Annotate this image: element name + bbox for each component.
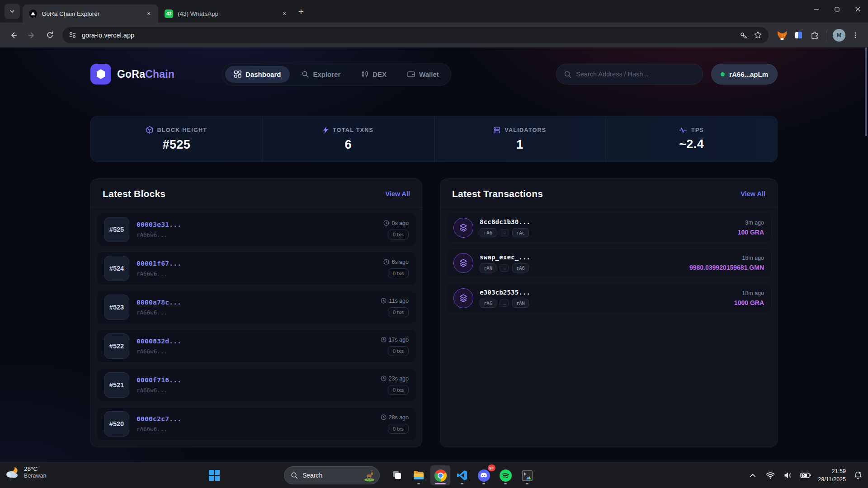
block-height-badge[interactable]: #523 (104, 295, 129, 320)
brand-logo-icon (90, 64, 111, 84)
metamask-icon[interactable] (777, 30, 788, 41)
block-age: 28s ago (389, 414, 409, 421)
battery-charging-icon[interactable] (798, 467, 813, 483)
block-hash-link[interactable]: 0000a78c... (137, 299, 373, 306)
site-settings-icon[interactable] (69, 31, 76, 39)
wallet-icon (407, 70, 415, 78)
wallet-address-chip[interactable]: rA66...apLm (711, 64, 778, 84)
brand-name-secondary: Chain (145, 68, 175, 80)
clipboard-extension-icon[interactable] (794, 30, 804, 40)
wifi-icon[interactable] (763, 467, 778, 483)
block-hash-link[interactable]: 00001f67... (137, 260, 376, 267)
browser-menu-icon[interactable] (852, 32, 859, 39)
stat-value: 6 (344, 138, 351, 152)
extensions-puzzle-icon[interactable] (810, 30, 820, 40)
block-height-badge[interactable]: #525 (104, 217, 129, 242)
new-tab-button[interactable]: + (298, 7, 304, 17)
tx-amount: 9980.039920159681 GMN (689, 264, 764, 271)
terminal-button[interactable] (517, 465, 537, 485)
weather-widget[interactable]: 28°C Berawan (5, 465, 46, 479)
block-txs-badge: 0 txs (388, 385, 409, 395)
stat-tps: TPS ~2.4 (605, 116, 777, 162)
clock-icon (381, 414, 387, 420)
tab-search-button[interactable] (5, 4, 20, 19)
profile-avatar[interactable]: M (833, 29, 845, 42)
weather-condition: Berawan (24, 473, 46, 479)
close-button[interactable] (847, 0, 868, 18)
file-explorer-button[interactable] (409, 465, 429, 485)
block-height-badge[interactable]: #521 (104, 372, 129, 398)
block-age: 17s ago (389, 337, 409, 343)
weather-cloud-moon-icon (5, 465, 20, 479)
tx-from-chip[interactable]: rA6 (480, 299, 496, 308)
tx-to-chip[interactable]: rAc (512, 228, 529, 237)
block-hash-link[interactable]: 0000f716... (137, 376, 373, 384)
tab-close-icon[interactable]: × (280, 9, 288, 18)
blocks-view-all-link[interactable]: View All (385, 190, 410, 197)
tx-hash-link[interactable]: e303cb2535... (480, 289, 728, 296)
tab-close-icon[interactable]: × (145, 9, 153, 18)
address-bar[interactable]: gora-io.vercel.app (62, 27, 769, 43)
volume-icon[interactable] (781, 467, 795, 483)
discord-button[interactable]: 9+ (474, 465, 494, 485)
block-row[interactable]: #521 0000f716... rA66w6... 23s ago 0 txs (96, 368, 416, 402)
clock-widget[interactable]: 21:59 29/11/2025 (818, 467, 846, 483)
chrome-button[interactable] (430, 465, 450, 485)
block-height-badge[interactable]: #524 (104, 256, 129, 281)
maximize-button[interactable] (826, 0, 847, 18)
tx-to-chip[interactable]: rAN (512, 299, 529, 308)
block-row[interactable]: #525 00003e31... rA66w6... 0s ago 0 txs (96, 213, 416, 246)
block-height-badge[interactable]: #522 (104, 333, 129, 359)
tx-from-chip[interactable]: rAN (480, 263, 496, 272)
notification-bell-icon[interactable]: z (851, 467, 865, 483)
stat-value: ~2.4 (679, 137, 704, 151)
url-text[interactable]: gora-io.vercel.app (82, 32, 734, 39)
windows-taskbar: 28°C Berawan Search (0, 462, 868, 488)
password-key-icon[interactable] (739, 31, 748, 40)
site-search-input[interactable] (576, 70, 689, 78)
reload-button[interactable] (42, 28, 57, 43)
brand[interactable]: GoRaChain (90, 64, 175, 84)
vscode-button[interactable] (452, 465, 472, 485)
taskbar-search[interactable]: Search (284, 466, 380, 484)
page-scrollbar[interactable] (865, 47, 867, 136)
transaction-row[interactable]: 8cc8dc1b30... rA6 → rAc 3m ago 100 GRA (446, 213, 772, 243)
block-hash-link[interactable]: 0000832d... (137, 338, 373, 345)
tx-age: 18m ago (742, 255, 764, 261)
bookmark-star-icon[interactable] (754, 31, 762, 39)
forward-button[interactable] (24, 28, 39, 43)
block-height-badge[interactable]: #520 (104, 411, 129, 436)
tx-hash-link[interactable]: 8cc8dc1b30... (480, 218, 731, 225)
block-row[interactable]: #520 0000c2c7... rA66w6... 28s ago 0 txs (96, 407, 416, 441)
nav-item-dashboard[interactable]: Dashboard (225, 66, 290, 83)
nav-item-dex[interactable]: DEX (352, 66, 396, 83)
chevron-down-icon (9, 9, 15, 14)
tab-whatsapp[interactable]: 43 (43) WhatsApp × (158, 5, 294, 23)
block-row[interactable]: #522 0000832d... rA66w6... 17s ago 0 txs (96, 329, 416, 363)
minimize-button[interactable] (806, 0, 826, 18)
block-hash-link[interactable]: 0000c2c7... (137, 415, 373, 422)
transaction-row[interactable]: e303cb2535... rA6 → rAN 18m ago 1000 GRA (446, 283, 772, 313)
back-arrow-icon (9, 31, 18, 39)
tx-from-chip[interactable]: rA6 (480, 228, 496, 237)
site-search[interactable] (556, 64, 703, 84)
whatsapp-favicon-icon: 43 (165, 9, 173, 18)
block-row[interactable]: #523 0000a78c... rA66w6... 11s ago 0 txs (96, 291, 416, 324)
back-button[interactable] (6, 28, 21, 43)
tx-hash-link[interactable]: swap_exec_... (480, 253, 683, 261)
block-row[interactable]: #524 00001f67... rA66w6... 6s ago 0 txs (96, 252, 416, 285)
tx-to-chip[interactable]: rA6 (512, 263, 529, 272)
block-txs-badge: 0 txs (388, 268, 409, 278)
spotify-button[interactable] (495, 465, 515, 485)
nav-item-wallet[interactable]: Wallet (398, 66, 448, 83)
txns-view-all-link[interactable]: View All (741, 190, 765, 197)
tray-chevron-up-icon[interactable] (745, 467, 760, 483)
start-button[interactable] (204, 465, 224, 485)
tab-gora-chain-explorer[interactable]: GoRa Chain Explorer × (23, 5, 158, 23)
transaction-row[interactable]: swap_exec_... rAN → rA6 18m ago 9980.039… (446, 248, 772, 278)
nav-item-explorer[interactable]: Explorer (292, 66, 349, 83)
task-view-button[interactable] (387, 465, 407, 485)
panel-title: Latest Transactions (452, 188, 543, 199)
block-hash-link[interactable]: 00003e31... (137, 221, 376, 228)
lightning-icon (323, 126, 329, 134)
